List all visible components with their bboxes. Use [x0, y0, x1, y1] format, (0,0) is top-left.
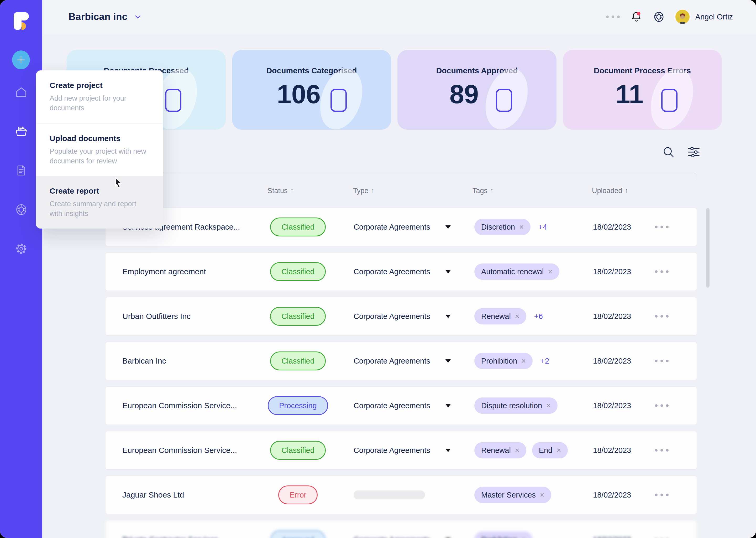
help-button[interactable] [653, 11, 665, 23]
column-header-status[interactable]: Status↑ [267, 187, 294, 195]
table-row[interactable]: Services agreement Rackspace... Classifi… [105, 207, 697, 246]
new-button[interactable] [12, 50, 30, 69]
search-button[interactable] [662, 145, 675, 159]
folder-documents-icon [15, 125, 28, 138]
row-type: Corporate Agreements [354, 253, 432, 291]
user-name: Angel Ortiz [695, 13, 733, 21]
menu-item-create-report[interactable]: Create report Create summary and report … [36, 176, 163, 229]
row-uploaded: 18/02/2023 [593, 208, 631, 246]
tag-label: Prohibition [481, 357, 517, 365]
row-status-cell: Classified [263, 431, 333, 469]
tag-remove-icon[interactable]: × [515, 446, 519, 455]
stat-card: Documents Categorised 106 [232, 50, 391, 130]
tag-pill: Prohibition× [474, 353, 533, 369]
row-tags: Master Services× [474, 476, 590, 514]
notifications-button[interactable] [630, 11, 642, 23]
table-row[interactable]: Urban Outfitters Inc Classified Corporat… [105, 297, 697, 336]
row-actions-button[interactable] [654, 431, 670, 469]
row-actions-button[interactable] [654, 521, 670, 538]
tag-label: Renewal [481, 312, 511, 321]
top-bar: Barbican inc [42, 0, 756, 34]
row-name: Employment agreement [122, 253, 259, 291]
table-row[interactable]: Private Contractor Services Approved Cor… [105, 520, 697, 538]
menu-item-create-project[interactable]: Create project Add new project for your … [36, 71, 163, 124]
tag-remove-icon[interactable]: × [519, 223, 524, 232]
menu-item-description: Populate your project with new documents… [50, 146, 147, 166]
type-dropdown-caret-icon[interactable] [446, 225, 451, 229]
column-label: Type [353, 187, 368, 195]
column-header-uploaded[interactable]: Uploaded↑ [592, 187, 629, 195]
tags-overflow-count[interactable]: +2 [541, 357, 549, 365]
tag-label: Master Services [481, 491, 536, 499]
status-badge: Classified [270, 262, 326, 281]
sidebar-item-support[interactable] [15, 203, 28, 216]
row-name: Barbican Inc [122, 342, 259, 380]
row-actions-button[interactable] [654, 342, 670, 380]
row-uploaded: 18/02/2023 [593, 521, 631, 538]
workspace-switcher[interactable]: Barbican inc [69, 11, 143, 22]
row-actions-button[interactable] [654, 297, 670, 335]
table-row[interactable]: Barbican Inc Classified Corporate Agreem… [105, 342, 697, 380]
sidebar-item-documents[interactable] [15, 164, 28, 177]
stat-card-value: 11 [607, 81, 652, 108]
lifebuoy-icon [653, 11, 665, 23]
type-dropdown-caret-icon[interactable] [446, 315, 451, 318]
row-status-cell: Classified [263, 342, 333, 380]
document-icon [15, 164, 28, 177]
row-name: European Commission Service... [122, 387, 259, 424]
row-uploaded: 18/02/2023 [593, 253, 631, 291]
row-actions-button[interactable] [654, 476, 670, 514]
type-dropdown-caret-icon[interactable] [446, 270, 451, 273]
overflow-menu-button[interactable] [606, 16, 620, 18]
row-tags: Discretion×+4 [474, 208, 590, 246]
type-dropdown-caret-icon[interactable] [446, 404, 451, 407]
tag-remove-icon[interactable]: × [521, 535, 526, 538]
row-name: Private Contractor Services [122, 521, 259, 538]
row-actions-button[interactable] [654, 253, 670, 291]
tag-label: Renewal [481, 446, 511, 455]
tag-pill: Dispute resolution× [474, 398, 557, 414]
tag-remove-icon[interactable]: × [548, 267, 552, 276]
menu-item-upload-documents[interactable]: Upload documents Populate your project w… [36, 124, 163, 176]
column-header-tags[interactable]: Tags↑ [473, 187, 494, 195]
tag-pill: End× [532, 442, 568, 458]
tag-remove-icon[interactable]: × [556, 446, 561, 455]
tag-remove-icon[interactable]: × [515, 312, 519, 321]
column-label: Status [267, 187, 288, 195]
table-row[interactable]: European Commission Service... Processin… [105, 386, 697, 425]
type-dropdown-caret-icon[interactable] [446, 359, 451, 363]
table-row[interactable]: Jaguar Shoes Ltd Error Master Services× … [105, 475, 697, 514]
status-badge: Processing [268, 396, 328, 415]
table-row[interactable]: Employment agreement Classified Corporat… [105, 252, 697, 291]
tag-remove-icon[interactable]: × [540, 491, 544, 499]
column-label: Uploaded [592, 187, 622, 195]
table-header: Status↑Type↑Tags↑Uploaded↑ [105, 187, 697, 197]
search-icon [662, 145, 675, 159]
sidebar-item-settings[interactable] [15, 242, 28, 255]
tags-overflow-count[interactable]: +4 [539, 223, 547, 232]
scrollbar-thumb[interactable] [706, 208, 710, 288]
tag-remove-icon[interactable]: × [521, 357, 526, 365]
column-header-type[interactable]: Type↑ [353, 187, 375, 195]
tag-remove-icon[interactable]: × [546, 402, 551, 410]
sidebar-item-projects[interactable] [15, 125, 28, 138]
row-type: Corporate Agreements [354, 387, 432, 424]
sort-arrow-icon: ↑ [625, 187, 629, 195]
row-actions-button[interactable] [654, 387, 670, 424]
row-tags: Prohibition× [474, 521, 590, 538]
row-status-cell: Classified [263, 297, 333, 335]
row-name: Urban Outfitters Inc [122, 297, 259, 335]
type-dropdown-caret-icon[interactable] [446, 449, 451, 452]
row-actions-button[interactable] [654, 208, 670, 246]
sidebar-item-home[interactable] [15, 86, 28, 99]
row-uploaded: 18/02/2023 [593, 431, 631, 469]
account-button[interactable]: Angel Ortiz [676, 10, 733, 24]
type-skeleton [354, 490, 425, 499]
tag-pill: Automatic renewal× [474, 263, 559, 280]
table-row[interactable]: European Commission Service... Classifie… [105, 431, 697, 470]
tags-overflow-count[interactable]: +6 [534, 312, 543, 321]
filter-button[interactable] [687, 145, 701, 159]
row-type: Corporate Agreements [354, 297, 432, 335]
menu-item-description: Create summary and report with insights [50, 199, 147, 219]
menu-item-description: Add new project for your documents [50, 93, 147, 113]
